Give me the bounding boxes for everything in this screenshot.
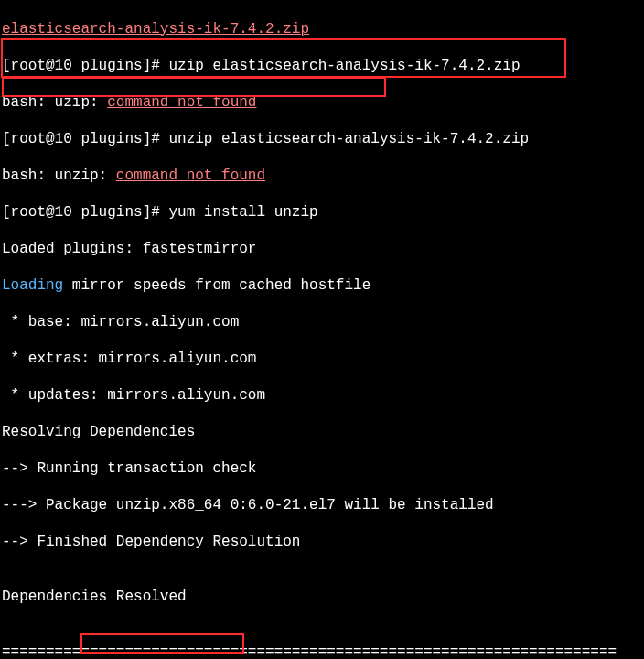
bash-err-2b: command not found: [116, 167, 265, 184]
ps1-1: [root@10 plugins]#: [2, 58, 168, 74]
deps-resolved: Dependencies Resolved: [2, 588, 642, 606]
loading-word: Loading: [2, 277, 63, 294]
top-fragment: elasticsearch-analysis-ik-7.4.2.zip: [2, 21, 309, 38]
bash-err-1b: command not found: [107, 94, 256, 111]
ps1-2: [root@10 plugins]#: [2, 131, 168, 147]
mirror-extras: * extras: mirrors.aliyun.com: [2, 350, 642, 368]
cmd-unzip: unzip elasticsearch-analysis-ik-7.4.2.zi…: [168, 131, 529, 147]
trans-check: --> Running transaction check: [2, 459, 642, 478]
bash-err-1a: bash: uzip:: [2, 94, 107, 111]
resolving-deps: Resolving Dependencies: [2, 423, 642, 441]
ps1-3: [root@10 plugins]#: [2, 204, 168, 221]
mirror-base: * base: mirrors.aliyun.com: [2, 313, 642, 331]
sep-1: ========================================…: [2, 643, 642, 659]
mirror-updates: * updates: mirrors.aliyun.com: [2, 386, 642, 405]
dep-finished: --> Finished Dependency Resolution: [2, 533, 642, 551]
yum-line: Loaded plugins: fastestmirror: [2, 240, 642, 258]
bash-err-2a: bash: unzip:: [2, 167, 116, 184]
terminal-output[interactable]: elasticsearch-analysis-ik-7.4.2.zip [roo…: [0, 0, 644, 659]
pkg-line: ---> Package unzip.x86_64 0:6.0-21.el7 w…: [2, 496, 642, 514]
loading-rest: mirror speeds from cached hostfile: [63, 277, 370, 294]
cmd-uzip: uzip elasticsearch-analysis-ik-7.4.2.zip: [168, 58, 520, 74]
cmd-yum-install: yum install unzip: [168, 204, 317, 221]
